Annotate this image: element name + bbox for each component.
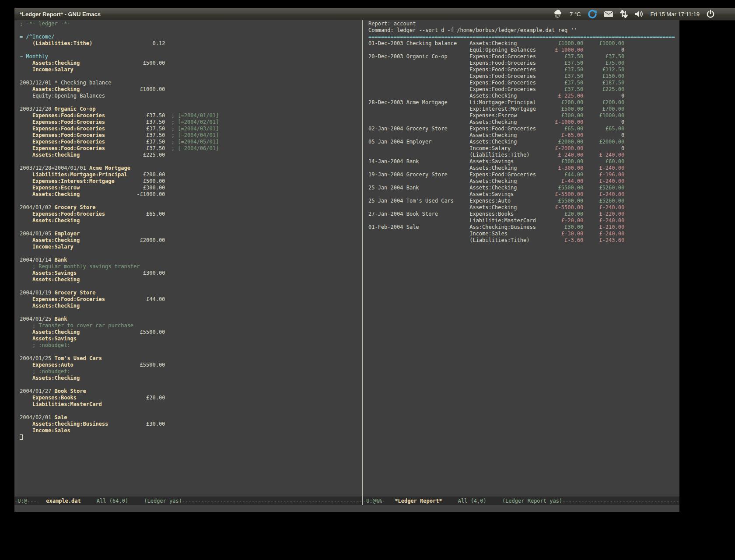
buffer-line[interactable]: Expenses:Escrow £300.00 — [20, 185, 362, 191]
buffer-line[interactable]: Expenses:Food:Groceries £37.50 ; [=2004/… — [20, 119, 362, 126]
buffer-line[interactable]: Assets:Checking — [20, 375, 362, 382]
buffer-line[interactable]: Expenses:Books £20.00 — [20, 395, 362, 401]
mail-icon[interactable] — [604, 10, 613, 18]
report-row[interactable]: Income:Salary £-2000.00 0 — [368, 145, 679, 152]
report-row[interactable]: Assets:Checking £-44.00 £-240.00 — [368, 178, 679, 185]
buffer-line[interactable]: 2004/01/05 Employer — [20, 231, 362, 237]
left-modeline[interactable]: -U:@--- example.dat All (64,0) (Ledger y… — [14, 497, 362, 505]
buffer-line[interactable] — [20, 27, 362, 34]
buffer-line[interactable]: Expenses:Interest:Mortgage £500.00 — [20, 178, 362, 185]
report-row[interactable]: Assets:Checking £-225.00 0 — [368, 93, 679, 99]
report-row[interactable]: 20-Dec-2003 Organic Co-op Expens:Food:Gr… — [368, 53, 679, 60]
ledger-file-buffer[interactable]: ; -*- ledger -*-= /^Income/ (Liabilities… — [14, 20, 362, 497]
buffer-line[interactable] — [20, 224, 362, 231]
report-row[interactable]: Assets:Savings £-5500.00 £-240.00 — [368, 191, 679, 198]
buffer-line[interactable]: = /^Income/ — [20, 34, 362, 40]
report-row[interactable]: 27-Jan-2004 Book Store Expenses:Books £2… — [368, 211, 679, 217]
buffer-line[interactable] — [20, 73, 362, 80]
buffer-line[interactable]: Expenses:Food:Groceries £44.00 — [20, 296, 362, 303]
buffer-line[interactable]: Expenses:Food:Groceries £37.50 ; [=2004/… — [20, 132, 362, 139]
report-row[interactable]: 01-Feb-2004 Sale Ass:Checking:Business £… — [368, 224, 679, 231]
buffer-line[interactable]: Income:Salary — [20, 244, 362, 250]
report-row[interactable]: Expenses:Escrow £300.00 £1000.00 — [368, 112, 679, 119]
refresh-icon[interactable] — [588, 9, 597, 19]
buffer-line[interactable]: Assets:Checking £5500.00 — [20, 329, 362, 336]
buffer-line[interactable]: (Liabilities:Tithe) 0.12 — [20, 40, 362, 47]
buffer-line[interactable]: Assets:Checking — [20, 303, 362, 309]
buffer-line[interactable] — [20, 250, 362, 257]
buffer-line[interactable] — [20, 198, 362, 204]
report-row[interactable]: Expens:Food:Groceries £37.50 £225.00 — [368, 86, 679, 93]
buffer-line[interactable] — [20, 99, 362, 106]
buffer-line[interactable]: Assets:Savings £300.00 — [20, 270, 362, 276]
buffer-line[interactable]: Assets:Checking £500.00 — [20, 60, 362, 66]
buffer-line[interactable]: 2004/01/25 Bank — [20, 316, 362, 322]
buffer-line[interactable]: ~ Monthly — [20, 53, 362, 60]
buffer-line[interactable]: ; :nobudget: — [20, 342, 362, 349]
buffer-line[interactable]: Assets:Checking:Business £30.00 — [20, 421, 362, 427]
buffer-line[interactable]: Expenses:Food:Groceries £37.50 ; [=2004/… — [20, 126, 362, 132]
volume-icon[interactable] — [634, 10, 644, 18]
report-row[interactable]: Expens:Food:Groceries £37.50 £150.00 — [368, 73, 679, 80]
buffer-line[interactable]: Income:Salary — [20, 66, 362, 73]
report-row[interactable]: Assets:Checking £-1000.00 0 — [368, 119, 679, 126]
buffer-line[interactable]: 2003/12/28=2004/01/01 Acme Mortgage — [20, 165, 362, 172]
report-row[interactable]: 02-Jan-2004 Grocery Store Expens:Food:Gr… — [368, 126, 679, 132]
buffer-line[interactable]: 2004/02/01 Sale — [20, 414, 362, 421]
report-row[interactable]: Expens:Food:Groceries £37.50 £75.00 — [368, 60, 679, 66]
buffer-line[interactable]: ; :nobudget: — [20, 368, 362, 375]
report-row[interactable]: Assets:Checking £-65.00 0 — [368, 132, 679, 139]
buffer-line[interactable]: Expenses:Food:Groceries £65.00 — [20, 211, 362, 217]
report-row[interactable]: Assets:Checking £-5500.00 £-240.00 — [368, 204, 679, 211]
buffer-line[interactable]: 2003/12/20 Organic Co-op — [20, 106, 362, 112]
report-row[interactable]: 01-Dec-2003 Checking balance Assets:Chec… — [368, 40, 679, 47]
buffer-line[interactable]: 2004/01/19 Grocery Store — [20, 290, 362, 296]
buffer-line[interactable]: Assets:Checking — [20, 276, 362, 283]
report-row[interactable]: Expens:Food:Groceries £37.50 £187.50 — [368, 80, 679, 86]
right-modeline[interactable]: -U:@%%- *Ledger Report* All (4,0) (Ledge… — [363, 497, 679, 505]
report-row[interactable]: 19-Jan-2004 Grocery Store Expens:Food:Gr… — [368, 172, 679, 178]
echo-area[interactable] — [14, 505, 679, 512]
buffer-line[interactable]: 2004/01/25 Tom's Used Cars — [20, 355, 362, 362]
report-row[interactable]: 25-Jan-2004 Bank Assets:Checking £5500.0… — [368, 185, 679, 191]
buffer-line[interactable]: ; -*- ledger -*- — [20, 21, 362, 27]
report-row[interactable]: 25-Jan-2004 Tom's Used Cars Expenses:Aut… — [368, 198, 679, 204]
buffer-line[interactable]: Expenses:Food:Groceries £37.50 ; [=2004/… — [20, 112, 362, 119]
report-row[interactable]: Income:Sales £-30.00 £-240.00 — [368, 231, 679, 237]
buffer-line[interactable] — [20, 349, 362, 355]
buffer-line[interactable] — [20, 158, 362, 165]
buffer-line[interactable]: Liabilities:MasterCard — [20, 401, 362, 408]
network-updown-icon[interactable] — [620, 10, 628, 18]
report-row[interactable]: 28-Dec-2003 Acme Mortgage Li:Mortgage:Pr… — [368, 99, 679, 106]
buffer-line[interactable]: 2004/01/02 Grocery Store — [20, 204, 362, 211]
buffer-line[interactable]: Liabilities:Mortgage:Principal £200.00 — [20, 172, 362, 178]
buffer-line[interactable]: 2003/12/01 * Checking balance — [20, 80, 362, 86]
report-row[interactable]: Equi:Opening Balances £-1000.00 0 — [368, 47, 679, 53]
buffer-line[interactable]: Assets:Checking — [20, 217, 362, 224]
buffer-line[interactable] — [20, 283, 362, 290]
buffer-line[interactable]: Assets:Savings — [20, 336, 362, 342]
report-row[interactable]: Expens:Food:Groceries £37.50 £112.50 — [368, 66, 679, 73]
report-header-line[interactable]: Report: account — [368, 21, 679, 27]
report-row[interactable]: (Liabilities:Tithe) £-240.00 £-240.00 — [368, 152, 679, 158]
report-row[interactable]: 14-Jan-2004 Bank Assets:Savings £300.00 … — [368, 158, 679, 165]
report-row[interactable]: 05-Jan-2004 Employer Assets:Checking £20… — [368, 139, 679, 145]
buffer-line[interactable] — [20, 434, 362, 441]
buffer-line[interactable]: Expenses:Food:Groceries £37.50 ; [=2004/… — [20, 139, 362, 145]
buffer-line[interactable] — [20, 408, 362, 414]
report-row[interactable]: Assets:Checking £-300.00 £-240.00 — [368, 165, 679, 172]
buffer-line[interactable]: Assets:Checking -£225.00 — [20, 152, 362, 158]
report-row[interactable]: Liabilitie:MasterCard £-20.00 £-240.00 — [368, 217, 679, 224]
buffer-line[interactable]: Assets:Checking -£1000.00 — [20, 191, 362, 198]
buffer-line[interactable]: Equity:Opening Balances — [20, 93, 362, 99]
weather-rain-icon[interactable] — [553, 10, 563, 18]
report-row[interactable]: Exp:Interest:Mortgage £500.00 £700.00 — [368, 106, 679, 112]
buffer-line[interactable]: ; Transfer to cover car purchase — [20, 322, 362, 329]
power-icon[interactable] — [706, 10, 715, 18]
buffer-line[interactable] — [20, 382, 362, 388]
buffer-line[interactable]: Expenses:Food:Groceries £37.50 ; [=2004/… — [20, 145, 362, 152]
buffer-line[interactable]: Assets:Checking £2000.00 — [20, 237, 362, 244]
report-header-line[interactable]: Command: ledger --sort d -f /home/borbus… — [368, 27, 679, 34]
buffer-line[interactable]: Income:Sales — [20, 427, 362, 434]
buffer-line[interactable]: ; Regular monthly savings transfer — [20, 263, 362, 270]
